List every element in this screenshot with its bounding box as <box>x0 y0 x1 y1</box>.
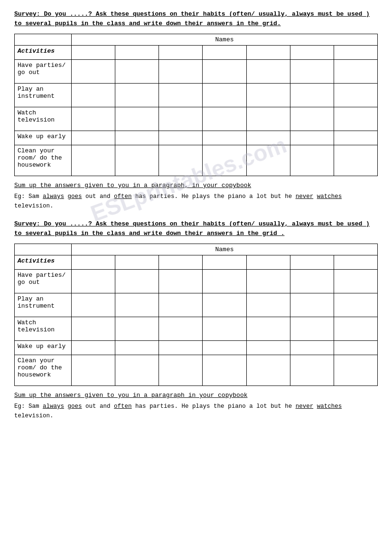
table-row: Clean your room/ do the housework <box>15 355 378 386</box>
section2-summary-heading: Sum up the answers given to you in a par… <box>14 392 378 399</box>
activities-header-cell: Activities <box>15 46 72 60</box>
col7-header <box>334 46 377 60</box>
header-names-cell: Names <box>72 34 378 46</box>
section2-instructions: Survey: Do you .....? Ask these question… <box>14 219 378 238</box>
activity-5: Clean your room/ do the housework <box>15 145 72 176</box>
activity2-1: Have parties/ go out <box>15 270 72 293</box>
activity-4: Wake up early <box>15 131 72 145</box>
activity-1: Have parties/ go out <box>15 60 72 84</box>
section-1: Survey: Do you .....? Ask these question… <box>14 9 378 211</box>
section1-instructions: Survey: Do you .....? Ask these question… <box>14 9 378 28</box>
table-row: Clean your room/ do the housework <box>15 145 378 176</box>
activity2-3: Watch television <box>15 317 72 341</box>
header2-names-cell: Names <box>72 244 378 255</box>
section1-table: Names Activities Have parties/ go out Pl… <box>14 34 378 176</box>
activity-2: Play an instrument <box>15 84 72 107</box>
table-row: Wake up early <box>15 131 378 145</box>
table-row: Watch television <box>15 317 378 341</box>
col1-header <box>72 46 115 60</box>
activity2-5: Clean your room/ do the housework <box>15 355 72 386</box>
col2-header <box>115 46 159 60</box>
table-activities-row: Activities <box>15 46 378 60</box>
table2-activities-row: Activities <box>15 255 378 270</box>
activity-3: Watch television <box>15 107 72 131</box>
activities2-header-cell: Activities <box>15 255 72 270</box>
table-row: Have parties/ go out <box>15 60 378 84</box>
table-row: Play an instrument <box>15 84 378 107</box>
col6-header <box>290 46 334 60</box>
activity2-4: Wake up early <box>15 341 72 355</box>
table-row: Play an instrument <box>15 293 378 317</box>
table2-header-row: Names <box>15 244 378 255</box>
section2-example: Eg: Sam always goes out and often has pa… <box>14 402 378 421</box>
table-header-row: Names <box>15 34 378 46</box>
section1-summary-heading: Sum up the answers given to you in a par… <box>14 182 378 189</box>
col3-header <box>159 46 203 60</box>
table-row: Have parties/ go out <box>15 270 378 293</box>
col4-header <box>203 46 246 60</box>
col5-header <box>246 46 290 60</box>
section2-table: Names Activities Have parties/ go out Pl… <box>14 244 378 386</box>
table-row: Watch television <box>15 107 378 131</box>
activity2-2: Play an instrument <box>15 293 72 317</box>
header2-empty-cell <box>15 244 72 255</box>
section-2: Survey: Do you .....? Ask these question… <box>14 219 378 421</box>
section1-example: Eg: Sam always goes out and often has pa… <box>14 192 378 211</box>
table-row: Wake up early <box>15 341 378 355</box>
header-empty-cell <box>15 34 72 46</box>
